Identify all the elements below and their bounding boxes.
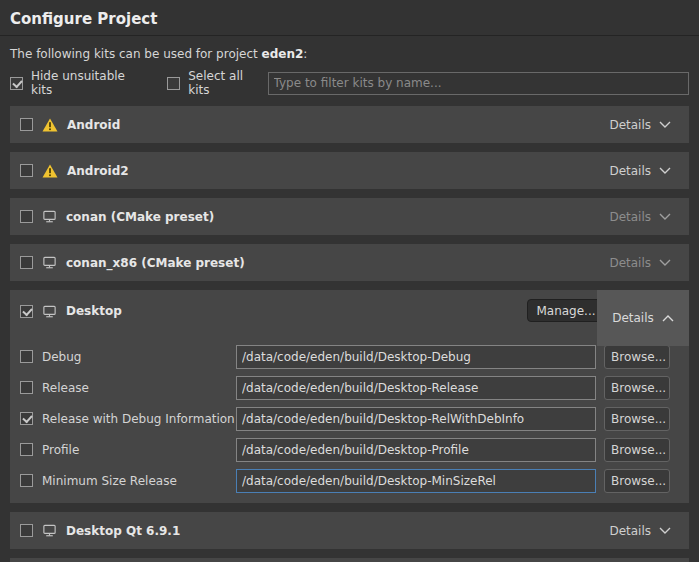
desktop-monitor-icon [42, 209, 57, 224]
kit-filter-input[interactable] [268, 72, 690, 95]
desktop-monitor-icon [42, 304, 57, 319]
build-config-row-minsizerel: Minimum Size Release Browse... [10, 465, 689, 496]
page-header: Configure Project [0, 0, 699, 36]
build-config-row-relwithdebinfo: Release with Debug Information Browse... [10, 403, 689, 434]
config-label: Debug [42, 350, 236, 364]
chevron-down-icon [659, 527, 671, 534]
details-button[interactable]: Details [600, 198, 680, 235]
kit-list: Android Details Android2 Details [10, 106, 689, 562]
kit-row-conan-x86: conan_x86 (CMake preset) Details [10, 244, 689, 281]
browse-button[interactable]: Browse... [604, 376, 670, 400]
kit-checkbox[interactable] [20, 305, 33, 318]
browse-button[interactable]: Browse... [604, 345, 670, 369]
details-button[interactable]: Details [600, 106, 680, 143]
config-checkbox[interactable] [20, 474, 33, 487]
chevron-down-icon [659, 121, 671, 128]
select-all-kits-option[interactable]: Select all kits [167, 69, 267, 97]
kit-checkbox[interactable] [20, 210, 33, 223]
details-button[interactable]: Details [600, 512, 680, 549]
kit-name: Desktop [66, 304, 122, 318]
kit-row-conan: conan (CMake preset) Details [10, 198, 689, 235]
details-button-expanded[interactable]: Details [597, 290, 689, 346]
config-label: Profile [42, 443, 236, 457]
config-checkbox[interactable] [20, 350, 33, 363]
kit-name: Desktop Qt 6.9.1 [66, 524, 180, 538]
config-checkbox[interactable] [20, 412, 33, 425]
build-dir-input[interactable] [236, 376, 596, 400]
warning-icon [42, 118, 58, 132]
browse-button[interactable]: Browse... [604, 438, 670, 462]
warning-icon [42, 164, 58, 178]
build-config-list: Debug Browse... Release Browse... Releas… [10, 332, 689, 503]
page-title: Configure Project [10, 10, 689, 28]
kit-filter-bar: Hide unsuitable kits Select all kits [10, 71, 689, 95]
config-label: Release with Debug Information [42, 412, 236, 426]
intro-text: The following kits can be used for proje… [10, 47, 689, 61]
project-name: eden2 [262, 47, 304, 61]
kit-name: conan_x86 (CMake preset) [66, 256, 245, 270]
kit-name: conan (CMake preset) [66, 210, 214, 224]
kit-checkbox[interactable] [20, 256, 33, 269]
select-all-kits-label: Select all kits [188, 69, 267, 97]
kit-row-desktop: Desktop Manage... Details Debug Browse..… [10, 290, 689, 503]
chevron-down-icon [659, 213, 671, 220]
chevron-down-icon [659, 259, 671, 266]
kit-checkbox[interactable] [20, 118, 33, 131]
desktop-monitor-icon [42, 523, 57, 538]
kit-name: Android2 [67, 164, 129, 178]
details-button[interactable]: Details [600, 152, 680, 189]
config-checkbox[interactable] [20, 443, 33, 456]
build-config-row-debug: Debug Browse... [10, 341, 689, 372]
kit-row-desktop-qt: Desktop Qt 6.9.1 Details [10, 512, 689, 549]
build-dir-input[interactable] [236, 438, 596, 462]
build-dir-input[interactable] [236, 407, 596, 431]
details-button[interactable]: Details [600, 244, 680, 281]
build-config-row-profile: Profile Browse... [10, 434, 689, 465]
kit-row-partial [10, 558, 689, 562]
build-dir-input[interactable] [236, 345, 596, 369]
build-dir-input[interactable] [236, 469, 596, 493]
kit-name: Android [67, 118, 120, 132]
kit-row-android: Android Details [10, 106, 689, 143]
hide-unsuitable-kits-checkbox[interactable] [10, 77, 23, 90]
hide-unsuitable-kits-label: Hide unsuitable kits [31, 69, 149, 97]
chevron-up-icon [662, 315, 674, 322]
kit-row-android2: Android2 Details [10, 152, 689, 189]
manage-kits-button[interactable]: Manage... [527, 299, 605, 322]
config-label: Minimum Size Release [42, 474, 236, 488]
config-label: Release [42, 381, 236, 395]
browse-button[interactable]: Browse... [604, 407, 670, 431]
config-checkbox[interactable] [20, 381, 33, 394]
kit-checkbox[interactable] [20, 164, 33, 177]
kit-checkbox[interactable] [20, 524, 33, 537]
select-all-kits-checkbox[interactable] [167, 77, 180, 90]
chevron-down-icon [659, 167, 671, 174]
build-config-row-release: Release Browse... [10, 372, 689, 403]
hide-unsuitable-kits-option[interactable]: Hide unsuitable kits [10, 69, 149, 97]
desktop-monitor-icon [42, 255, 57, 270]
browse-button[interactable]: Browse... [604, 469, 670, 493]
